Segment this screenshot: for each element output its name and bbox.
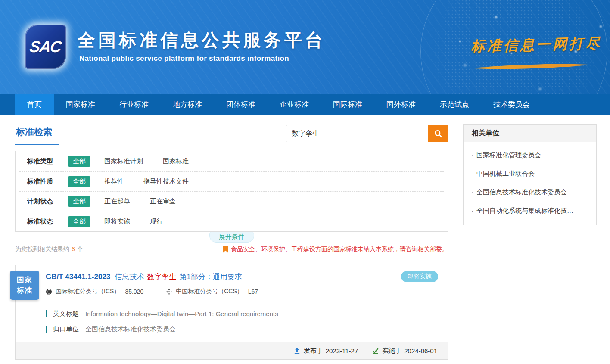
platform-title: 全国标准信息公共服务平台 — [78, 28, 326, 52]
classification-row: 国际标准分类号（ICS） 35.020 中国标准分类号（CCS） L67 — [46, 288, 438, 296]
nav-item-industry-standards[interactable]: 行业标准 — [107, 94, 161, 115]
section-title-standard-search: 标准检索 — [15, 124, 59, 145]
detail-row-english-title: 英文标题 Information technology—Digital twin… — [46, 310, 438, 318]
filter-label: 标准性质 — [27, 177, 68, 186]
result-card-body: GB/T 43441.1-2023信息技术数字孪生第1部分：通用要求 即将实施 … — [16, 265, 448, 333]
ccs-value: L67 — [248, 288, 258, 295]
related-units-panel: 相关单位 国家标准化管理委员会 中国机械工业联合会 全国信息技术标准化技术委员会… — [463, 124, 597, 225]
result-card-footer: 发布于 2023-11-27 实施于 2024-06-01 — [16, 342, 448, 359]
detail-row-competent-unit: 归口单位 全国信息技术标准化技术委员会 — [46, 325, 438, 333]
filter-label: 标准类型 — [27, 157, 68, 165]
published-label: 发布于 — [304, 347, 323, 355]
main-column: 标准检索 标准类型 全部 国家标准计划 国家标准 — [15, 124, 448, 360]
search-box — [286, 125, 448, 142]
detail-label: 英文标题 — [53, 310, 79, 318]
filter-label: 计划状态 — [27, 197, 68, 205]
related-unit-link[interactable]: 全国信息技术标准化技术委员会 — [471, 183, 588, 201]
standard-type-badge-line2: 标准 — [17, 285, 32, 296]
filter-panel: 标准类型 全部 国家标准计划 国家标准 标准性质 全部 推荐性 指导性技术文件 … — [15, 151, 448, 232]
nav-item-group-standards[interactable]: 团体标准 — [214, 94, 268, 115]
related-unit-link[interactable]: 国家标准化管理委员会 — [471, 146, 588, 164]
result-count-suffix: 个 — [77, 246, 83, 252]
nav-item-foreign-standards[interactable]: 国外标准 — [374, 94, 428, 115]
nav-item-pilot-programs[interactable]: 示范试点 — [428, 94, 481, 115]
platform-subtitle: National public service platform for sta… — [79, 54, 289, 63]
nav-item-national-standards[interactable]: 国家标准 — [54, 94, 107, 115]
status-badge: 即将实施 — [401, 271, 438, 282]
search-section: 标准检索 — [15, 124, 448, 145]
nav-item-international-standards[interactable]: 国际标准 — [321, 94, 374, 115]
ics-label: 国际标准分类号（ICS） — [56, 288, 120, 296]
ccs-label: 中国标准分类号（CCS） — [176, 288, 243, 296]
expand-conditions-button[interactable]: 展开条件 — [209, 232, 254, 243]
result-count-number: 6 — [72, 246, 75, 252]
filter-label: 标准状态 — [27, 218, 68, 226]
detail-bar — [46, 310, 47, 317]
english-title-value: Information technology—Digital twin—Part… — [85, 310, 278, 317]
filter-row-plan-status: 计划状态 全部 正在起草 正在审查 — [19, 191, 444, 212]
result-count-prefix: 为您找到相关结果约 — [15, 246, 69, 252]
detail-label: 归口单位 — [53, 325, 79, 333]
bookmark-icon — [223, 246, 228, 253]
standard-title-part2: 第1部分：通用要求 — [179, 273, 242, 281]
search-button[interactable] — [428, 125, 448, 142]
standard-title-part1: 信息技术 — [115, 273, 144, 281]
filter-option-all[interactable]: 全部 — [68, 156, 90, 167]
sidebar: 相关单位 国家标准化管理委员会 中国机械工业联合会 全国信息技术标准化技术委员会… — [463, 124, 597, 225]
globe-icon — [46, 289, 52, 295]
banner-slogan: 标准信息一网打尽 — [470, 34, 602, 56]
filter-option-all[interactable]: 全部 — [68, 196, 90, 207]
filter-option[interactable]: 国家标准 — [163, 157, 189, 165]
related-units-title: 相关单位 — [464, 125, 596, 142]
ics-value: 35.020 — [125, 288, 143, 295]
result-card: 国家 标准 GB/T 43441.1-2023信息技术数字孪生第1部分：通用要求… — [15, 265, 448, 360]
standard-title-highlight: 数字孪生 — [147, 273, 176, 281]
filter-option[interactable]: 推荐性 — [104, 177, 124, 186]
filter-option-all[interactable]: 全部 — [68, 176, 90, 187]
filter-option[interactable]: 即将实施 — [104, 218, 130, 226]
system-notice-text: 食品安全、环境保护、工程建设方面的国家标准未纳入本系统，请咨询相关部委。 — [231, 246, 448, 253]
filter-option[interactable]: 正在审查 — [150, 197, 176, 205]
site-banner: SAC 全国标准信息公共服务平台 National public service… — [0, 0, 610, 94]
compass-icon — [166, 289, 172, 295]
standard-type-badge: 国家 标准 — [10, 271, 39, 300]
implemented-label: 实施于 — [382, 347, 401, 355]
search-input[interactable] — [286, 125, 428, 142]
system-notice: 食品安全、环境保护、工程建设方面的国家标准未纳入本系统，请咨询相关部委。 — [223, 246, 448, 253]
filter-option[interactable]: 国家标准计划 — [104, 157, 143, 165]
sac-logo[interactable]: SAC — [25, 25, 66, 69]
card-divider — [46, 302, 435, 302]
standard-title-link[interactable]: GB/T 43441.1-2023信息技术数字孪生第1部分：通用要求 — [46, 271, 242, 282]
published-info: 发布于 2023-11-27 — [293, 347, 358, 355]
publish-upload-icon — [293, 347, 301, 355]
related-units-list: 国家标准化管理委员会 中国机械工业联合会 全国信息技术标准化技术委员会 全国自动… — [464, 142, 596, 225]
filter-option[interactable]: 正在起草 — [104, 197, 130, 205]
result-count: 为您找到相关结果约6个 — [15, 246, 83, 253]
nav-item-enterprise-standards[interactable]: 企业标准 — [268, 94, 321, 115]
results-info-row: 为您找到相关结果约6个 食品安全、环境保护、工程建设方面的国家标准未纳入本系统，… — [15, 246, 448, 253]
implemented-date: 2024-06-01 — [404, 347, 437, 355]
result-title-row: GB/T 43441.1-2023信息技术数字孪生第1部分：通用要求 即将实施 — [46, 271, 438, 282]
filter-row-standard-nature: 标准性质 全部 推荐性 指导性技术文件 — [19, 171, 444, 192]
page-content: 标准检索 标准类型 全部 国家标准计划 国家标准 — [0, 115, 610, 360]
filter-row-standard-status: 标准状态 全部 即将实施 现行 — [19, 212, 444, 232]
competent-unit-value: 全国信息技术标准化技术委员会 — [85, 325, 176, 333]
banner-decoration-dots — [0, 0, 1, 1]
nav-item-local-standards[interactable]: 地方标准 — [161, 94, 214, 115]
standard-code: GB/T 43441.1-2023 — [46, 273, 110, 281]
main-nav: 首页 国家标准 行业标准 地方标准 团体标准 企业标准 国际标准 国外标准 示范… — [0, 94, 610, 115]
related-unit-link[interactable]: 全国自动化系统与集成标准化技… — [471, 201, 588, 220]
filter-option-all[interactable]: 全部 — [68, 216, 90, 227]
related-unit-link[interactable]: 中国机械工业联合会 — [471, 164, 588, 183]
nav-item-technical-committees[interactable]: 技术委员会 — [481, 94, 542, 115]
filter-row-standard-type: 标准类型 全部 国家标准计划 国家标准 — [19, 151, 444, 171]
filter-option[interactable]: 指导性技术文件 — [143, 177, 189, 186]
detail-bar — [46, 326, 47, 333]
nav-item-home[interactable]: 首页 — [15, 94, 54, 115]
published-date: 2023-11-27 — [326, 347, 358, 355]
implement-check-icon — [372, 347, 379, 355]
implemented-info: 实施于 2024-06-01 — [372, 347, 437, 355]
standard-type-badge-line1: 国家 — [17, 274, 32, 286]
filter-option[interactable]: 现行 — [150, 218, 163, 226]
sac-logo-text: SAC — [28, 38, 62, 56]
